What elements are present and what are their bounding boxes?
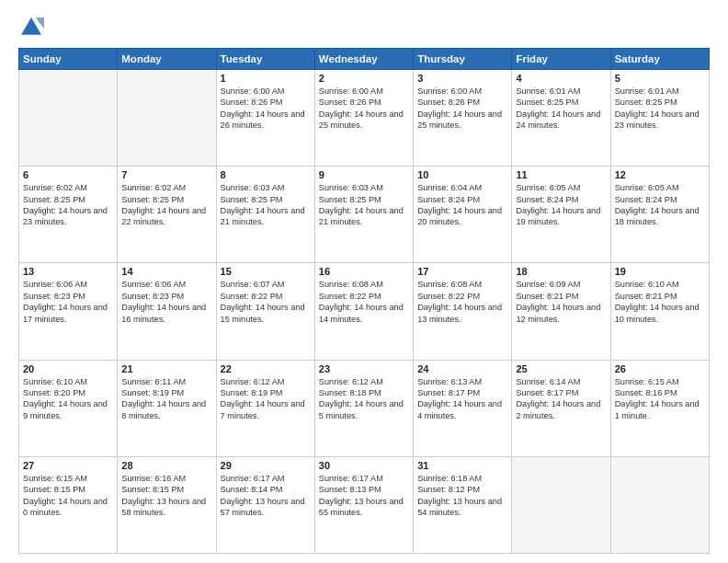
day-info: Sunrise: 6:18 AMSunset: 8:12 PMDaylight:… [417, 473, 507, 519]
logo [18, 15, 48, 40]
weekday-header: Thursday [414, 49, 512, 70]
calendar-cell: 6Sunrise: 6:02 AMSunset: 8:25 PMDaylight… [19, 167, 118, 263]
day-number: 12 [615, 169, 705, 180]
day-info: Sunrise: 6:02 AMSunset: 8:25 PMDaylight:… [23, 182, 113, 228]
calendar-cell: 27Sunrise: 6:15 AMSunset: 8:15 PMDayligh… [19, 456, 118, 553]
day-number: 17 [417, 266, 507, 277]
calendar-cell: 7Sunrise: 6:02 AMSunset: 8:25 PMDaylight… [118, 167, 216, 263]
day-number: 23 [319, 363, 409, 374]
day-number: 6 [23, 169, 113, 180]
header [18, 15, 710, 40]
day-number: 14 [121, 266, 211, 277]
day-info: Sunrise: 6:11 AMSunset: 8:19 PMDaylight:… [121, 376, 211, 422]
calendar-cell: 22Sunrise: 6:12 AMSunset: 8:19 PMDayligh… [216, 360, 314, 456]
calendar-cell [610, 456, 709, 553]
day-info: Sunrise: 6:12 AMSunset: 8:18 PMDaylight:… [319, 376, 409, 422]
day-info: Sunrise: 6:07 AMSunset: 8:22 PMDaylight:… [221, 279, 311, 325]
day-number: 2 [319, 73, 409, 84]
calendar-cell: 20Sunrise: 6:10 AMSunset: 8:20 PMDayligh… [19, 360, 118, 456]
day-number: 30 [319, 460, 409, 471]
day-number: 15 [221, 266, 311, 277]
day-number: 8 [221, 169, 311, 180]
weekday-header: Monday [118, 49, 216, 70]
calendar-cell: 25Sunrise: 6:14 AMSunset: 8:17 PMDayligh… [512, 360, 610, 456]
day-number: 16 [319, 266, 409, 277]
day-info: Sunrise: 6:08 AMSunset: 8:22 PMDaylight:… [319, 279, 409, 325]
calendar-cell: 3Sunrise: 6:00 AMSunset: 8:26 PMDaylight… [414, 70, 512, 167]
calendar-cell: 18Sunrise: 6:09 AMSunset: 8:21 PMDayligh… [512, 263, 610, 360]
day-info: Sunrise: 6:05 AMSunset: 8:24 PMDaylight:… [516, 182, 606, 228]
day-number: 4 [516, 73, 606, 84]
calendar-table: SundayMondayTuesdayWednesdayThursdayFrid… [18, 48, 710, 554]
day-info: Sunrise: 6:02 AMSunset: 8:25 PMDaylight:… [121, 182, 211, 228]
day-info: Sunrise: 6:06 AMSunset: 8:23 PMDaylight:… [23, 279, 113, 325]
day-info: Sunrise: 6:03 AMSunset: 8:25 PMDaylight:… [319, 182, 409, 228]
day-number: 3 [417, 73, 507, 84]
day-info: Sunrise: 6:10 AMSunset: 8:21 PMDaylight:… [615, 279, 705, 325]
calendar-cell: 8Sunrise: 6:03 AMSunset: 8:25 PMDaylight… [216, 167, 314, 263]
day-info: Sunrise: 6:08 AMSunset: 8:22 PMDaylight:… [417, 279, 507, 325]
day-number: 31 [417, 460, 507, 471]
day-number: 10 [417, 169, 507, 180]
page: SundayMondayTuesdayWednesdayThursdayFrid… [0, 0, 728, 563]
day-info: Sunrise: 6:00 AMSunset: 8:26 PMDaylight:… [221, 86, 311, 132]
calendar-cell: 23Sunrise: 6:12 AMSunset: 8:18 PMDayligh… [314, 360, 413, 456]
calendar-cell [512, 456, 610, 553]
day-number: 7 [121, 169, 211, 180]
calendar-cell: 14Sunrise: 6:06 AMSunset: 8:23 PMDayligh… [118, 263, 216, 360]
calendar-cell: 15Sunrise: 6:07 AMSunset: 8:22 PMDayligh… [216, 263, 314, 360]
weekday-header: Sunday [19, 49, 118, 70]
day-info: Sunrise: 6:15 AMSunset: 8:15 PMDaylight:… [23, 473, 113, 519]
day-info: Sunrise: 6:09 AMSunset: 8:21 PMDaylight:… [516, 279, 606, 325]
calendar-cell: 16Sunrise: 6:08 AMSunset: 8:22 PMDayligh… [314, 263, 413, 360]
day-number: 25 [516, 363, 606, 374]
day-info: Sunrise: 6:05 AMSunset: 8:24 PMDaylight:… [615, 182, 705, 228]
day-info: Sunrise: 6:01 AMSunset: 8:25 PMDaylight:… [516, 86, 606, 132]
calendar-cell: 13Sunrise: 6:06 AMSunset: 8:23 PMDayligh… [19, 263, 118, 360]
day-info: Sunrise: 6:15 AMSunset: 8:16 PMDaylight:… [615, 376, 705, 422]
day-info: Sunrise: 6:06 AMSunset: 8:23 PMDaylight:… [121, 279, 211, 325]
calendar-cell: 17Sunrise: 6:08 AMSunset: 8:22 PMDayligh… [414, 263, 512, 360]
day-number: 1 [221, 73, 311, 84]
calendar-cell: 19Sunrise: 6:10 AMSunset: 8:21 PMDayligh… [610, 263, 709, 360]
logo-icon [18, 15, 44, 40]
day-number: 29 [221, 460, 311, 471]
calendar-cell: 5Sunrise: 6:01 AMSunset: 8:25 PMDaylight… [610, 70, 709, 167]
day-number: 18 [516, 266, 606, 277]
calendar-cell: 12Sunrise: 6:05 AMSunset: 8:24 PMDayligh… [610, 167, 709, 263]
calendar-cell: 11Sunrise: 6:05 AMSunset: 8:24 PMDayligh… [512, 167, 610, 263]
day-number: 24 [417, 363, 507, 374]
weekday-header: Wednesday [314, 49, 413, 70]
day-info: Sunrise: 6:03 AMSunset: 8:25 PMDaylight:… [221, 182, 311, 228]
calendar-cell: 24Sunrise: 6:13 AMSunset: 8:17 PMDayligh… [414, 360, 512, 456]
day-info: Sunrise: 6:14 AMSunset: 8:17 PMDaylight:… [516, 376, 606, 422]
day-number: 19 [615, 266, 705, 277]
calendar-cell: 29Sunrise: 6:17 AMSunset: 8:14 PMDayligh… [216, 456, 314, 553]
weekday-header: Tuesday [216, 49, 314, 70]
day-number: 5 [615, 73, 705, 84]
calendar-cell [19, 70, 118, 167]
calendar-cell [118, 70, 216, 167]
day-number: 11 [516, 169, 606, 180]
day-info: Sunrise: 6:12 AMSunset: 8:19 PMDaylight:… [221, 376, 311, 422]
calendar-cell: 1Sunrise: 6:00 AMSunset: 8:26 PMDaylight… [216, 70, 314, 167]
calendar-cell: 9Sunrise: 6:03 AMSunset: 8:25 PMDaylight… [314, 167, 413, 263]
calendar-cell: 30Sunrise: 6:17 AMSunset: 8:13 PMDayligh… [314, 456, 413, 553]
day-info: Sunrise: 6:00 AMSunset: 8:26 PMDaylight:… [417, 86, 507, 132]
day-info: Sunrise: 6:04 AMSunset: 8:24 PMDaylight:… [417, 182, 507, 228]
weekday-header: Saturday [610, 49, 709, 70]
day-number: 22 [221, 363, 311, 374]
calendar-cell: 10Sunrise: 6:04 AMSunset: 8:24 PMDayligh… [414, 167, 512, 263]
day-number: 13 [23, 266, 113, 277]
day-info: Sunrise: 6:01 AMSunset: 8:25 PMDaylight:… [615, 86, 705, 132]
day-info: Sunrise: 6:13 AMSunset: 8:17 PMDaylight:… [417, 376, 507, 422]
calendar-cell: 26Sunrise: 6:15 AMSunset: 8:16 PMDayligh… [610, 360, 709, 456]
day-number: 28 [121, 460, 211, 471]
weekday-header: Friday [512, 49, 610, 70]
day-number: 27 [23, 460, 113, 471]
calendar-cell: 21Sunrise: 6:11 AMSunset: 8:19 PMDayligh… [118, 360, 216, 456]
day-info: Sunrise: 6:00 AMSunset: 8:26 PMDaylight:… [319, 86, 409, 132]
day-number: 9 [319, 169, 409, 180]
calendar-cell: 28Sunrise: 6:16 AMSunset: 8:15 PMDayligh… [118, 456, 216, 553]
day-info: Sunrise: 6:17 AMSunset: 8:13 PMDaylight:… [319, 473, 409, 519]
